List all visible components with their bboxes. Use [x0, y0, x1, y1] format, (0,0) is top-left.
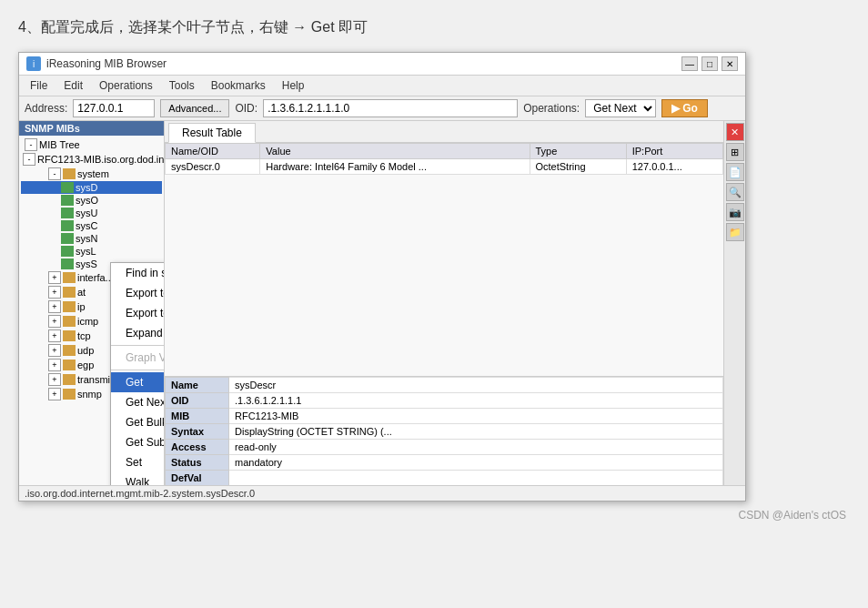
tree-syso-label: sysO	[76, 195, 98, 206]
go-button[interactable]: ▶ Go	[661, 99, 708, 117]
tree-system-label: system	[77, 168, 109, 179]
ctx-get-bulk[interactable]: Get Bulk Ctrl+B	[111, 412, 165, 432]
copy-table-button[interactable]: ⊞	[726, 143, 744, 161]
tree-toggle-root[interactable]: -	[25, 138, 37, 151]
syso-leaf-icon	[61, 195, 74, 206]
tree-item-sysn[interactable]: sysN	[21, 232, 162, 245]
cell-name: sysDescr.0	[166, 159, 260, 175]
tree-item-system[interactable]: - system	[21, 167, 162, 181]
tree-toggle-transmission[interactable]: +	[48, 373, 61, 386]
ctx-expand-subtree[interactable]: Expand subtree	[111, 323, 165, 343]
ctx-export-csv[interactable]: Export to CSV	[111, 283, 165, 303]
left-panel: SNMP MIBs - MIB Tree - RFC1213-MIB.iso.o…	[19, 121, 165, 485]
tree-snmp-label: snmp	[77, 389, 102, 400]
interfaces-folder-icon	[63, 272, 76, 283]
tree-sysn-label: sysN	[76, 233, 97, 244]
info-key-oid: OID	[166, 393, 229, 409]
app-icon: i	[26, 56, 41, 71]
watermark: CSDN @Aiden's ctOS	[18, 509, 850, 522]
export-button[interactable]: 📄	[726, 163, 744, 181]
ctx-set[interactable]: Set Ctrl+S	[111, 452, 165, 472]
tree-root-label: MIB Tree	[39, 139, 80, 150]
cell-ip: 127.0.0.1...	[626, 159, 722, 175]
info-row-mib: MIB RFC1213-MIB	[166, 409, 723, 424]
address-input[interactable]	[73, 99, 155, 117]
advanced-button[interactable]: Advanced...	[160, 99, 229, 117]
stop-button[interactable]: ✕	[726, 123, 744, 141]
search-button[interactable]: 🔍	[726, 183, 744, 201]
oid-input[interactable]	[263, 99, 518, 117]
menu-help[interactable]: Help	[275, 77, 312, 94]
tree-toggle-interfaces[interactable]: +	[48, 271, 61, 284]
ctx-separator-1	[111, 345, 165, 346]
info-val-access: read-only	[229, 440, 723, 455]
tree-sysd-label: sysD	[76, 182, 97, 193]
sysn-leaf-icon	[61, 233, 74, 244]
maximize-button[interactable]: □	[701, 56, 718, 71]
icmp-folder-icon	[63, 316, 76, 327]
menu-edit[interactable]: Edit	[56, 77, 90, 94]
menu-bar: File Edit Operations Tools Bookmarks Hel…	[19, 76, 745, 96]
ctx-separator-2	[111, 370, 165, 370]
menu-bookmarks[interactable]: Bookmarks	[204, 77, 273, 94]
tree-icmp-label: icmp	[77, 316, 98, 327]
col-value: Value	[260, 144, 530, 159]
result-table: Name/OID Value Type IP:Port sysDescr.0 H…	[165, 143, 723, 376]
info-val-oid: .1.3.6.1.2.1.1.1	[229, 393, 723, 409]
window-title: iReasoning MIB Browser	[46, 57, 167, 70]
tree-item-rfc[interactable]: - RFC1213-MIB.iso.org.dod.internet.mgmt.…	[21, 152, 162, 167]
tree-udp-label: udp	[77, 345, 94, 356]
tabs-bar: Result Table	[165, 121, 723, 143]
table-row[interactable]: sysDescr.0 Hardware: Intel64 Family 6 Mo…	[166, 159, 723, 175]
tree-item-sysl[interactable]: sysL	[21, 245, 162, 258]
sysd-leaf-icon	[61, 182, 74, 193]
snmp-folder-icon	[63, 389, 76, 400]
close-button[interactable]: ✕	[722, 56, 738, 71]
tree-rfc-label: RFC1213-MIB.iso.org.dod.internet.mgmt.mi…	[37, 154, 164, 165]
info-key-defval: DefVal	[166, 471, 229, 486]
tree-item-sysd[interactable]: sysD	[21, 181, 162, 194]
tree-toggle-at[interactable]: +	[48, 286, 61, 299]
tree-ip-label: ip	[77, 301, 86, 312]
ctx-get-subtree[interactable]: Get Subtree Ctrl+E	[111, 432, 165, 452]
info-key-status: Status	[166, 455, 229, 471]
menu-tools[interactable]: Tools	[162, 77, 202, 94]
ctx-get-next[interactable]: Get Next Ctrl+N	[111, 392, 165, 412]
menu-file[interactable]: File	[23, 77, 55, 94]
tree-item-sysu[interactable]: sysU	[21, 207, 162, 219]
page-title: 4、配置完成后，选择某个叶子节点，右键 → Get 即可	[18, 18, 850, 37]
tab-result-table[interactable]: Result Table	[168, 123, 256, 143]
tree-toggle-system[interactable]: -	[48, 167, 61, 180]
tree-toggle-tcp[interactable]: +	[48, 329, 61, 342]
tree-egp-label: egp	[77, 360, 94, 370]
tree-toggle-udp[interactable]: +	[48, 344, 61, 357]
go-label: Go	[682, 102, 698, 115]
info-val-status: mandatory	[229, 455, 723, 471]
tree-toggle-ip[interactable]: +	[48, 300, 61, 313]
address-label: Address:	[25, 102, 67, 115]
ctx-find-subtree[interactable]: Find in subtree	[111, 263, 165, 283]
tree-toggle-rfc[interactable]: -	[23, 153, 35, 166]
tree-item-syso[interactable]: sysO	[21, 194, 162, 207]
tree-toggle-snmp[interactable]: +	[48, 388, 61, 400]
tree-interfaces-label: interfa...	[77, 272, 114, 283]
sysc-leaf-icon	[61, 220, 74, 231]
oid-label: OID:	[235, 102, 257, 115]
open-button[interactable]: 📁	[726, 223, 744, 241]
tree-item-sysc[interactable]: sysC	[21, 219, 162, 232]
menu-operations[interactable]: Operations	[92, 77, 160, 94]
ctx-walk[interactable]: Walk Ctrl+W	[111, 472, 165, 485]
screenshot-button[interactable]: 📷	[726, 203, 744, 221]
ctx-get[interactable]: Get Ctrl+G	[111, 372, 165, 392]
operations-select[interactable]: Get Next Get Get Bulk Walk	[585, 99, 656, 117]
minimize-button[interactable]: —	[681, 56, 698, 71]
info-row-name: Name sysDescr	[166, 378, 723, 393]
tree-root[interactable]: - MIB Tree	[21, 137, 162, 152]
status-bar: .iso.org.dod.internet.mgmt.mib-2.system.…	[19, 485, 745, 501]
info-row-syntax: Syntax DisplayString (OCTET STRING) (...	[166, 424, 723, 440]
tree-toggle-egp[interactable]: +	[48, 359, 61, 371]
tcp-folder-icon	[63, 330, 76, 341]
tree-tcp-label: tcp	[77, 330, 91, 341]
ctx-export-xml[interactable]: Export to XML	[111, 303, 165, 323]
tree-toggle-icmp[interactable]: +	[48, 315, 61, 328]
